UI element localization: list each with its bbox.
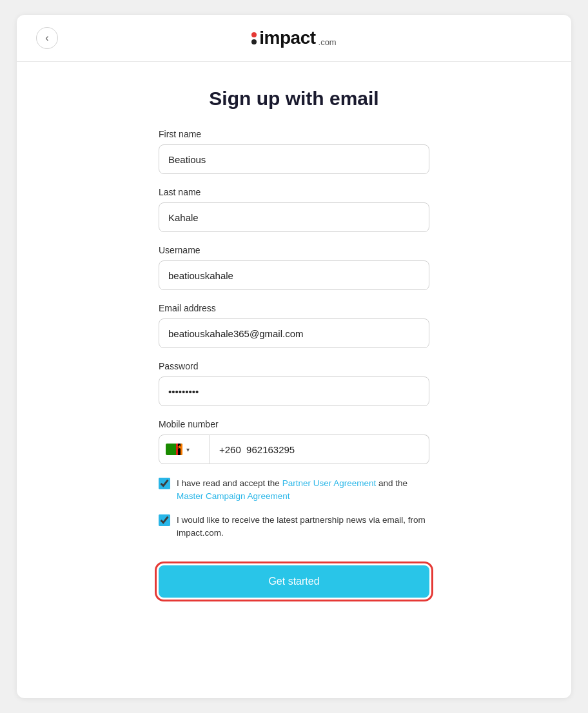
get-started-button[interactable]: Get started (159, 565, 429, 598)
signup-card: ‹ impact .com Sign up with email First n… (17, 15, 571, 698)
email-group: Email address (159, 303, 429, 348)
zambia-flag (166, 444, 182, 455)
last-name-label: Last name (159, 187, 429, 197)
card-body: Sign up with email First name Last name … (17, 62, 571, 623)
email-input[interactable] (159, 318, 429, 348)
newsletter-checkbox-wrapper (159, 514, 170, 526)
newsletter-label: I would like to receive the latest partn… (177, 514, 429, 540)
logo-dot-black (251, 39, 257, 44)
logo-com: .com (318, 37, 337, 47)
first-name-label: First name (159, 129, 429, 139)
last-name-input[interactable] (159, 202, 429, 232)
back-button[interactable]: ‹ (36, 27, 58, 49)
phone-row: ▾ (159, 435, 429, 464)
phone-input[interactable] (210, 435, 429, 464)
first-name-input[interactable] (159, 144, 429, 174)
back-icon: ‹ (45, 32, 48, 44)
card-header: ‹ impact .com (17, 15, 571, 62)
chevron-down-icon: ▾ (186, 446, 190, 453)
password-group: Password (159, 361, 429, 406)
agreement-checkbox-wrapper (159, 478, 170, 489)
first-name-group: First name (159, 129, 429, 174)
logo: impact .com (251, 28, 336, 48)
newsletter-checkbox-group: I would like to receive the latest partn… (159, 514, 429, 540)
username-group: Username (159, 245, 429, 290)
logo-text: impact (259, 28, 315, 48)
username-input[interactable] (159, 260, 429, 290)
last-name-group: Last name (159, 187, 429, 232)
agreement-checkbox[interactable] (159, 478, 170, 489)
username-label: Username (159, 245, 429, 255)
partner-agreement-link[interactable]: Partner User Agreement (282, 478, 377, 488)
password-input[interactable] (159, 376, 429, 406)
mobile-label: Mobile number (159, 419, 429, 429)
email-label: Email address (159, 303, 429, 313)
newsletter-checkbox[interactable] (159, 514, 170, 526)
page-title: Sign up with email (159, 88, 429, 110)
agreement-label: I have read and accept the Partner User … (177, 477, 429, 503)
logo-icon (251, 32, 257, 44)
logo-dot-red (251, 32, 257, 37)
country-selector[interactable]: ▾ (159, 435, 210, 464)
master-agreement-link[interactable]: Master Campaign Agreement (177, 491, 290, 501)
agreement-checkbox-group: I have read and accept the Partner User … (159, 477, 429, 503)
mobile-group: Mobile number ▾ (159, 419, 429, 464)
password-label: Password (159, 361, 429, 371)
